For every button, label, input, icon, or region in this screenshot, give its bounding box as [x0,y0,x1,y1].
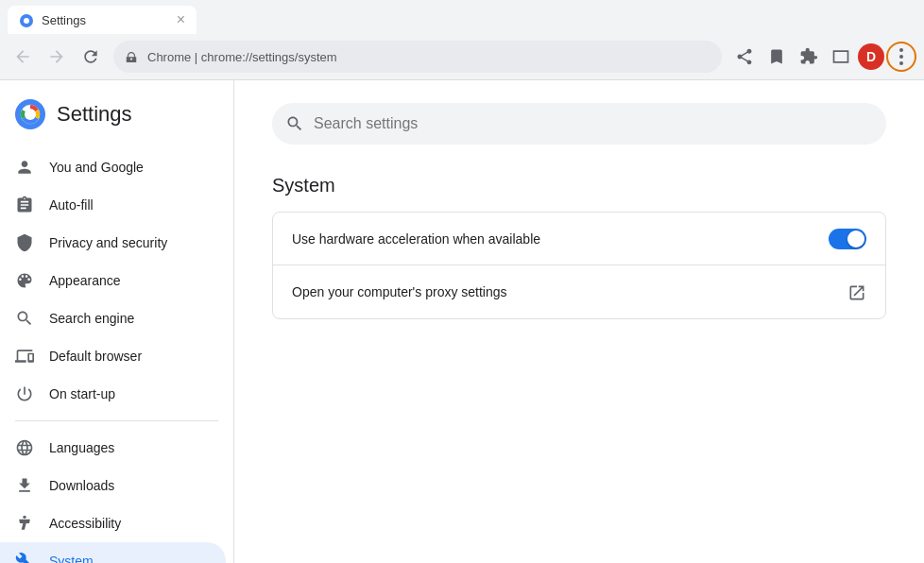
toolbar-right-buttons: D [729,42,916,72]
sidebar-item-languages[interactable]: Languages [0,429,226,467]
sidebar-label-appearance: Appearance [49,273,121,288]
sidebar-item-on-startup[interactable]: On start-up [0,375,226,413]
sidebar-label-downloads: Downloads [49,478,114,493]
reload-button[interactable] [76,42,106,72]
chrome-menu-button[interactable] [886,42,916,72]
search-bar-icon [285,114,304,133]
sidebar-item-autofill[interactable]: Auto-fill [0,186,226,224]
window-button[interactable] [826,42,856,72]
active-tab[interactable]: Settings × [8,6,197,34]
sidebar-item-downloads[interactable]: Downloads [0,467,226,504]
system-section-title: System [272,175,886,196]
sidebar-item-default-browser[interactable]: Default browser [0,337,226,375]
sidebar-label-on-startup: On start-up [49,386,115,401]
proxy-settings-row[interactable]: Open your computer's proxy settings [273,265,885,318]
sidebar-label-default-browser: Default browser [49,349,142,364]
search-bar-container [272,103,886,145]
extensions-button[interactable] [794,42,824,72]
settings-header: Settings [0,88,233,148]
search-settings-input[interactable] [272,103,886,145]
bookmark-button[interactable] [761,42,792,72]
tab-favicon [19,12,34,27]
sidebar-label-autofill: Auto-fill [49,197,94,213]
sidebar-item-you-and-google[interactable]: You and Google [0,148,226,186]
forward-button[interactable] [42,42,72,72]
hardware-acceleration-toggle[interactable] [829,229,866,249]
hardware-acceleration-toggle-container [829,229,866,249]
sidebar-divider [15,420,218,421]
chrome-logo [15,99,45,129]
address-lock-icon [125,49,138,64]
sidebar-label-search-engine: Search engine [49,311,134,326]
proxy-settings-label: Open your computer's proxy settings [292,284,507,299]
sidebar-item-privacy-security[interactable]: Privacy and security [0,224,226,262]
search-bar-wrap [272,103,886,145]
share-button[interactable] [729,42,760,72]
profile-button[interactable]: D [858,43,884,70]
toggle-thumb [847,230,864,247]
sidebar-label-privacy-security: Privacy and security [49,235,167,250]
svg-point-1 [24,18,29,24]
settings-page-title: Settings [57,102,132,127]
tab-title: Settings [42,13,169,27]
power-icon [15,384,34,403]
sidebar: Settings You and Google Auto-fill Privac… [0,80,234,563]
browser-chrome: Settings × Chrome | chrome://settings/sy… [0,0,924,80]
svg-point-4 [25,109,36,120]
system-settings-card: Use hardware acceleration when available… [272,212,886,319]
external-link-icon [847,282,866,300]
tab-close-button[interactable]: × [177,11,185,28]
accessibility-icon [15,514,34,533]
sidebar-item-appearance[interactable]: Appearance [0,262,226,299]
sidebar-item-accessibility[interactable]: Accessibility [0,504,226,542]
sidebar-label-languages: Languages [49,440,114,455]
sidebar-item-search-engine[interactable]: Search engine [0,299,226,337]
main-content: Settings You and Google Auto-fill Privac… [0,80,924,563]
shield-icon [15,233,34,252]
palette-icon [15,271,34,290]
assignment-icon [15,196,34,214]
svg-point-5 [23,516,26,519]
wrench-icon [15,552,34,563]
toggle-track [829,229,866,249]
search-icon [15,309,34,328]
browser-icon [15,347,34,366]
menu-dots-icon [899,48,903,65]
back-button[interactable] [8,42,38,72]
download-icon [15,476,34,495]
tab-bar: Settings × [0,0,924,34]
sidebar-item-system[interactable]: System [0,542,226,563]
hardware-acceleration-row: Use hardware acceleration when available [273,213,885,265]
hardware-acceleration-label: Use hardware acceleration when available [292,231,540,247]
sidebar-label-system: System [49,554,94,563]
address-bar-container: Chrome | chrome://settings/system [113,41,722,73]
person-icon [15,158,34,177]
globe-icon [15,438,34,457]
settings-content: System Use hardware acceleration when av… [234,80,924,563]
browser-toolbar: Chrome | chrome://settings/system D [0,34,924,79]
sidebar-label-you-and-google: You and Google [49,160,144,175]
proxy-settings-external-link[interactable] [847,282,866,301]
address-text: Chrome | chrome://settings/system [147,50,337,64]
sidebar-label-accessibility: Accessibility [49,516,121,531]
